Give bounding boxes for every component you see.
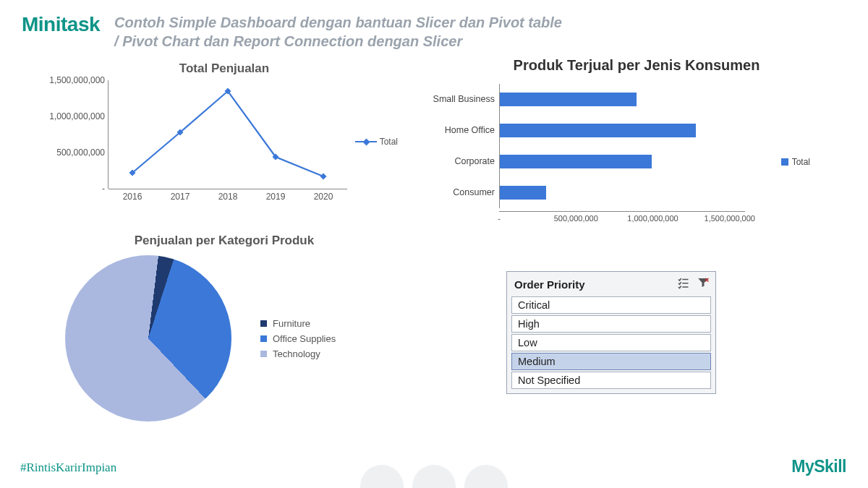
clear-filter-icon[interactable]: [697, 276, 710, 292]
bar-segment: [500, 186, 546, 200]
line-chart-total-penjualan: Total Penjualan -500,000,0001,000,000,00…: [36, 61, 412, 221]
line-xtick: 2017: [156, 189, 204, 203]
slicer-item-critical[interactable]: Critical: [511, 296, 711, 314]
multiselect-icon[interactable]: [676, 276, 689, 292]
footer-brand: MySkill: [791, 457, 846, 476]
line-ytick: -: [33, 184, 105, 194]
bar-chart-legend: Total: [781, 157, 810, 167]
pie-graphic: [65, 255, 231, 421]
bar-xtick: 1,000,000,000: [627, 214, 678, 223]
slicer-item-low[interactable]: Low: [511, 334, 711, 351]
legend-label: Technology: [273, 348, 320, 359]
legend-swatch: [260, 351, 267, 357]
bar-xtick: 500,000,000: [554, 214, 598, 223]
legend-label: Furniture: [273, 318, 310, 329]
bar-chart-title: Produk Terjual per Jenis Konsumen: [427, 57, 846, 74]
line-ytick: 500,000,000: [33, 147, 105, 158]
line-ytick: 1,000,000,000: [33, 111, 105, 121]
line-xtick: 2016: [109, 189, 156, 203]
footer-decoration: [360, 465, 508, 488]
slicer-order-priority[interactable]: Order Priority Crit: [506, 271, 716, 394]
legend-swatch: [260, 335, 267, 342]
slicer-item-medium[interactable]: Medium: [511, 353, 711, 370]
bar-segment: [500, 93, 637, 106]
page-subtitle: Contoh Simple Dashboard dengan bantuan S…: [114, 13, 563, 51]
hashtag: #RintisKarirImpian: [20, 461, 116, 475]
line-xtick: 2018: [204, 189, 252, 203]
bar-category-label: Corporate: [427, 146, 499, 177]
line-xtick: 2019: [252, 189, 299, 203]
pie-chart-kategori-produk: Penjualan per Kategori Produk FurnitureO…: [36, 234, 412, 450]
bar-xtick: 1,500,000,000: [705, 214, 755, 223]
svg-rect-4: [320, 173, 326, 179]
bar-category-label: Consumer: [427, 177, 499, 208]
pie-chart-title: Penjualan per Kategori Produk: [36, 234, 412, 248]
line-ytick: 1,500,000,000: [33, 75, 105, 85]
bar-chart-produk-terjual: Produk Terjual per Jenis Konsumen Small …: [427, 57, 846, 245]
brand-logo: Minitask: [22, 13, 100, 36]
bar-category-label: Small Business: [427, 84, 499, 115]
bar-category-label: Home Office: [427, 115, 499, 146]
pie-legend-item: Office Supplies: [260, 333, 336, 344]
slicer-title: Order Priority: [514, 278, 585, 291]
slicer-item-high[interactable]: High: [511, 315, 711, 333]
line-chart-title: Total Penjualan: [36, 61, 412, 76]
pie-chart-legend: FurnitureOffice SuppliesTechnology: [260, 314, 336, 364]
legend-label: Office Supplies: [273, 333, 336, 344]
pie-legend-item: Technology: [260, 348, 336, 359]
pie-legend-item: Furniture: [260, 318, 336, 329]
slicer-item-not-specified[interactable]: Not Specified: [511, 372, 711, 389]
bar-xtick: -: [498, 214, 501, 223]
bar-segment: [500, 155, 652, 168]
legend-swatch: [260, 320, 267, 327]
bar-segment: [500, 124, 696, 137]
line-xtick: 2020: [299, 189, 347, 203]
line-chart-legend: Total: [355, 137, 398, 147]
